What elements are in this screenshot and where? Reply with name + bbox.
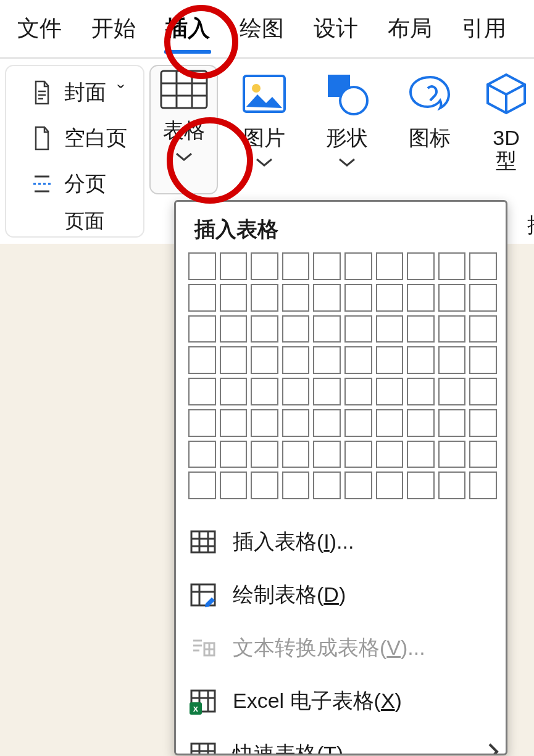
table-grid-cell[interactable] [251, 441, 278, 468]
table-grid-cell[interactable] [282, 252, 310, 280]
table-grid-cell[interactable] [438, 252, 466, 280]
table-grid-cell[interactable] [344, 315, 372, 343]
table-grid-cell[interactable] [376, 346, 404, 374]
tab-references[interactable]: 引用 [462, 14, 506, 44]
table-grid-cell[interactable] [438, 315, 466, 343]
table-grid-cell[interactable] [376, 471, 404, 499]
icons-button[interactable]: 图标 [396, 70, 464, 173]
page-break-button[interactable]: 分页 [31, 161, 106, 207]
table-grid-cell[interactable] [407, 471, 435, 499]
table-grid-cell[interactable] [313, 346, 341, 374]
table-grid-cell[interactable] [282, 284, 310, 312]
menu-insert-table[interactable]: 插入表格(I)... [176, 515, 506, 568]
table-grid-cell[interactable] [376, 284, 404, 312]
table-grid-cell[interactable] [469, 252, 497, 280]
tab-file[interactable]: 文件 [17, 14, 62, 44]
table-grid-cell[interactable] [344, 378, 372, 405]
table-grid-cell[interactable] [344, 252, 372, 280]
table-grid-cell[interactable] [220, 252, 248, 280]
table-grid-cell[interactable] [438, 409, 466, 437]
cover-page-button[interactable]: 封面 ˇ [31, 70, 124, 115]
table-grid-cell[interactable] [313, 441, 341, 468]
table-grid-cell[interactable] [188, 378, 216, 405]
tab-design[interactable]: 设计 [314, 14, 358, 44]
table-grid-cell[interactable] [220, 315, 248, 343]
tab-draw[interactable]: 绘图 [240, 14, 284, 44]
table-grid-cell[interactable] [344, 409, 372, 437]
table-grid-cell[interactable] [469, 315, 497, 343]
menu-excel-spreadsheet[interactable]: x Excel 电子表格(X) [176, 675, 506, 728]
table-grid-cell[interactable] [188, 315, 216, 343]
table-button[interactable]: 表格 [149, 65, 218, 194]
table-grid-cell[interactable] [376, 441, 404, 468]
table-grid-cell[interactable] [407, 315, 435, 343]
table-grid-cell[interactable] [313, 471, 341, 499]
shapes-button[interactable]: 形状 [313, 70, 381, 173]
table-grid-cell[interactable] [376, 378, 404, 405]
table-grid-cell[interactable] [282, 315, 310, 343]
table-grid-cell[interactable] [344, 441, 372, 468]
table-grid-cell[interactable] [220, 409, 248, 437]
table-grid-cell[interactable] [282, 378, 310, 405]
tab-layout[interactable]: 布局 [388, 14, 432, 44]
table-grid-cell[interactable] [188, 409, 216, 437]
table-grid-cell[interactable] [469, 409, 497, 437]
pictures-button[interactable]: 图片 [230, 70, 298, 173]
table-grid-cell[interactable] [344, 471, 372, 499]
menu-quick-tables[interactable]: 快速表格(T) [176, 728, 506, 755]
table-grid-cell[interactable] [438, 441, 466, 468]
table-grid-cell[interactable] [313, 409, 341, 437]
table-grid-cell[interactable] [313, 252, 341, 280]
table-grid-cell[interactable] [220, 471, 248, 499]
table-grid-cell[interactable] [438, 346, 466, 374]
table-grid-cell[interactable] [407, 252, 435, 280]
table-grid-cell[interactable] [188, 284, 216, 312]
table-grid-cell[interactable] [188, 441, 216, 468]
table-grid-cell[interactable] [407, 378, 435, 405]
table-grid-cell[interactable] [469, 471, 497, 499]
table-grid-cell[interactable] [220, 284, 248, 312]
table-grid-cell[interactable] [282, 409, 310, 437]
table-grid-cell[interactable] [188, 471, 216, 499]
table-grid-cell[interactable] [313, 315, 341, 343]
table-grid-cell[interactable] [251, 471, 278, 499]
table-grid-cell[interactable] [188, 252, 216, 280]
table-grid-cell[interactable] [251, 315, 278, 343]
table-grid-cell[interactable] [220, 441, 248, 468]
table-grid-cell[interactable] [251, 284, 278, 312]
table-grid-cell[interactable] [251, 378, 278, 405]
menu-draw-table[interactable]: 绘制表格(D) [176, 568, 506, 621]
3d-models-button[interactable]: 3D型 [478, 70, 534, 173]
table-grid-cell[interactable] [251, 409, 278, 437]
table-grid-cell[interactable] [469, 441, 497, 468]
table-grid-cell[interactable] [438, 284, 466, 312]
table-grid-cell[interactable] [407, 284, 435, 312]
table-grid-cell[interactable] [407, 409, 435, 437]
table-grid-cell[interactable] [376, 252, 404, 280]
table-grid-cell[interactable] [344, 346, 372, 374]
table-grid-cell[interactable] [407, 441, 435, 468]
table-grid-cell[interactable] [313, 284, 341, 312]
table-grid-cell[interactable] [220, 378, 248, 405]
table-grid-cell[interactable] [469, 378, 497, 405]
table-grid-cell[interactable] [469, 284, 497, 312]
table-grid-cell[interactable] [251, 252, 278, 280]
table-grid-cell[interactable] [438, 471, 466, 499]
table-grid-cell[interactable] [438, 378, 466, 405]
tab-insert[interactable]: 插入 [165, 14, 210, 44]
table-grid-cell[interactable] [407, 346, 435, 374]
blank-page-button[interactable]: 空白页 [31, 115, 127, 161]
table-grid-cell[interactable] [282, 346, 310, 374]
table-grid-cell[interactable] [376, 315, 404, 343]
table-grid-cell[interactable] [344, 284, 372, 312]
table-grid-cell[interactable] [313, 378, 341, 405]
table-grid-cell[interactable] [282, 471, 310, 499]
table-grid-cell[interactable] [251, 346, 278, 374]
table-size-picker[interactable] [176, 250, 506, 509]
table-grid-cell[interactable] [188, 346, 216, 374]
table-grid-cell[interactable] [282, 441, 310, 468]
table-grid-cell[interactable] [220, 346, 248, 374]
table-grid-cell[interactable] [469, 346, 497, 374]
tab-home[interactable]: 开始 [91, 14, 136, 44]
table-grid-cell[interactable] [376, 409, 404, 437]
